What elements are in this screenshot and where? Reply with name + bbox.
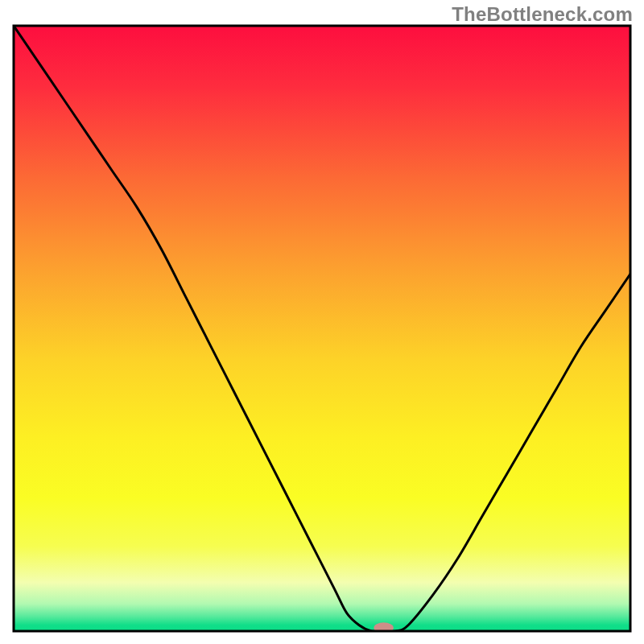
chart-svg bbox=[0, 0, 644, 644]
watermark-text: TheBottleneck.com bbox=[452, 3, 633, 26]
bottleneck-chart: TheBottleneck.com bbox=[0, 0, 644, 644]
gradient-background bbox=[14, 26, 630, 631]
